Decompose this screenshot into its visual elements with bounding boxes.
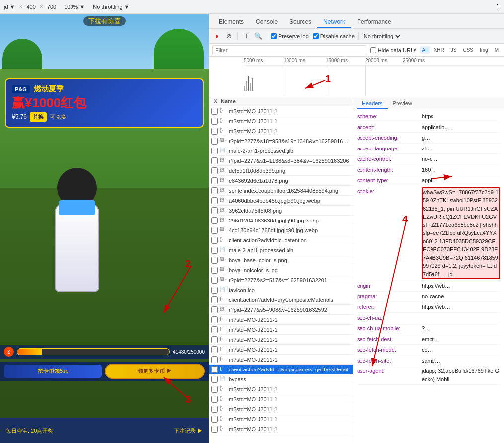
row-checkbox[interactable] [211, 416, 218, 423]
stop-button[interactable]: ⊘ [224, 31, 234, 41]
network-list-item[interactable]: 📄favicon.ico [209, 285, 353, 295]
exchange-btn[interactable]: 兑换 [30, 112, 47, 122]
row-checkbox[interactable] [211, 187, 218, 194]
row-checkbox[interactable] [211, 197, 218, 204]
network-list-item[interactable]: {}m?std=MO-J2011-1 [209, 414, 353, 424]
row-checkbox[interactable] [211, 356, 218, 363]
tab-performance[interactable]: Performance [351, 16, 397, 28]
row-checkbox[interactable] [211, 217, 218, 224]
tab-network[interactable]: Network [317, 16, 351, 28]
filter-js[interactable]: JS [448, 46, 459, 54]
row-checkbox[interactable] [211, 237, 218, 244]
network-list-item[interactable]: 🖼4cc180b94c1768df.jpg|q90.jpg.webp [209, 225, 353, 235]
filter-img[interactable]: Img [477, 46, 491, 54]
filter-media[interactable]: M [492, 46, 501, 54]
network-list-item[interactable]: {}client.action?advId=ic_detention [209, 235, 353, 245]
network-list-item[interactable]: {}m?std=MO-J2011-1 [209, 384, 353, 394]
hide-data-urls-checkbox[interactable]: Hide data URLs [370, 47, 417, 53]
more-btn[interactable]: 领更多卡币 ▶ [105, 364, 205, 379]
frame-selector[interactable]: jd ▼ [4, 4, 15, 10]
row-checkbox[interactable] [211, 257, 218, 264]
network-list-item[interactable]: 🖼boya_nolcolor_s.jpg [209, 265, 353, 275]
throttle-selector[interactable]: No throttling ▼ [93, 4, 129, 10]
network-list-item[interactable]: {}m?std=MO-J2011-1 [209, 394, 353, 404]
disable-cache-checkbox[interactable]: Disable cache [313, 33, 355, 39]
row-checkbox[interactable] [211, 157, 218, 164]
disable-cache-input[interactable] [313, 33, 319, 39]
network-list-item[interactable]: 🖼a4060dbbe4beb45b.jpg|q90.jpg.webp [209, 196, 353, 206]
record-btn[interactable]: 下注记录 ▶ [174, 427, 203, 435]
filter-css[interactable]: CSS [460, 46, 476, 54]
frame-dropdown-icon[interactable]: ▼ [10, 4, 15, 10]
network-list-item[interactable]: {}m?std=MO-J2011-1 [209, 355, 353, 365]
row-checkbox[interactable] [211, 326, 218, 333]
record-button[interactable]: ● [212, 31, 222, 41]
hide-data-urls-input[interactable] [370, 47, 376, 53]
preserve-log-input[interactable] [271, 33, 277, 39]
tab-preview[interactable]: Preview [388, 99, 417, 109]
row-checkbox[interactable] [211, 366, 218, 373]
network-list-item[interactable]: 🖼r?pid=2277&s2=517&v=1625901632201 [209, 275, 353, 285]
filter-all[interactable]: All [420, 46, 430, 54]
network-list-item[interactable]: 📄male-2-ani1-processed.glb [209, 146, 353, 156]
network-list-item[interactable]: 🖼boya_base_color_s.png [209, 255, 353, 265]
network-list-item[interactable]: {}m?std=MO-J2011-1 [209, 106, 353, 116]
row-checkbox[interactable] [211, 406, 218, 413]
row-checkbox[interactable] [211, 277, 218, 284]
network-list-item[interactable]: 🖼3962cfda75ff5f08.png [209, 206, 353, 216]
network-list-item[interactable]: {}m?std=MO-J2011-1 [209, 404, 353, 414]
row-checkbox[interactable] [211, 227, 218, 234]
collect-btn[interactable]: 撰卡币领5元 [4, 365, 102, 378]
network-list-item[interactable]: {}m?std=MO-J2011-1 [209, 315, 353, 325]
filter-xhr[interactable]: XHR [432, 46, 447, 54]
filter-input[interactable] [212, 45, 367, 55]
network-list-item[interactable]: 🖼e843692d6c1a1d78.png [209, 176, 353, 186]
row-checkbox[interactable] [211, 148, 218, 154]
more-options-icon[interactable]: ⋮ [495, 3, 500, 10]
tab-elements[interactable]: Elements [213, 16, 250, 28]
network-list-item[interactable]: 🖼r?pid=2277&s5=908&v=1625901632592 [209, 305, 353, 315]
row-checkbox[interactable] [211, 247, 218, 254]
network-list-item[interactable]: 🖼def5d1f10d8db399.png [209, 166, 353, 176]
network-list-item[interactable]: {}m?std=MO-J2011-1 [209, 424, 353, 434]
row-checkbox[interactable] [211, 167, 218, 174]
row-checkbox[interactable] [211, 267, 218, 274]
row-checkbox[interactable] [211, 128, 218, 135]
network-list-item[interactable]: {}m?std=MO-J2011-1 [209, 325, 353, 335]
network-list-item[interactable]: {}m?std=MO-J2011-1 [209, 126, 353, 136]
network-list-item[interactable]: {}client.action?advId=qryCompositeMateri… [209, 295, 353, 305]
network-list-item[interactable]: {}m?std=MO-J2011-1 [209, 116, 353, 126]
row-checkbox[interactable] [211, 396, 218, 403]
row-checkbox[interactable] [211, 346, 218, 353]
row-checkbox[interactable] [211, 138, 218, 145]
row-checkbox[interactable] [211, 336, 218, 343]
filter-button[interactable]: ⊤ [241, 31, 251, 41]
row-checkbox[interactable] [211, 306, 218, 313]
zoom-selector[interactable]: 100% ▼ [64, 4, 85, 10]
network-list-item[interactable]: 📄male-2-ani1-processed.bin [209, 245, 353, 255]
row-checkbox[interactable] [211, 207, 218, 214]
row-checkbox[interactable] [211, 287, 218, 294]
row-checkbox[interactable] [211, 118, 218, 125]
close-panel-button[interactable]: ✕ [212, 98, 219, 105]
preserve-log-checkbox[interactable]: Preserve log [271, 33, 309, 39]
tab-sources[interactable]: Sources [284, 16, 317, 28]
row-checkbox[interactable] [211, 426, 218, 433]
row-checkbox[interactable] [211, 316, 218, 323]
row-checkbox[interactable] [211, 386, 218, 393]
row-checkbox[interactable] [211, 296, 218, 303]
throttle-dropdown[interactable]: No throttling [362, 33, 402, 40]
network-list-item[interactable]: {}m?std=MO-J2011-1 [209, 345, 353, 355]
search-button[interactable]: 🔍 [253, 31, 263, 41]
network-list-item[interactable]: 🖼r?pid=2277&s18=958&s19=1348&v=162590163… [209, 136, 353, 146]
network-list-item[interactable]: 🖼r?pid=2277&s1=1138&s3=384&v=16259016320… [209, 156, 353, 166]
row-checkbox[interactable] [211, 177, 218, 184]
tab-headers[interactable]: Headers [357, 99, 388, 109]
network-list-item[interactable]: 🖼296d1204f083630d.jpg|q90.jpg.webp [209, 216, 353, 225]
row-checkbox[interactable] [211, 108, 218, 115]
network-list-item[interactable]: 🖼sprite.index.couponfloor.1625844085594.… [209, 186, 353, 196]
row-checkbox[interactable] [211, 376, 218, 383]
network-list-item[interactable]: {}m?std=MO-J2011-1 [209, 335, 353, 345]
network-list-item[interactable]: {}client.action?advId=olympicgames_getTa… [209, 365, 353, 374]
tab-console[interactable]: Console [250, 16, 284, 28]
